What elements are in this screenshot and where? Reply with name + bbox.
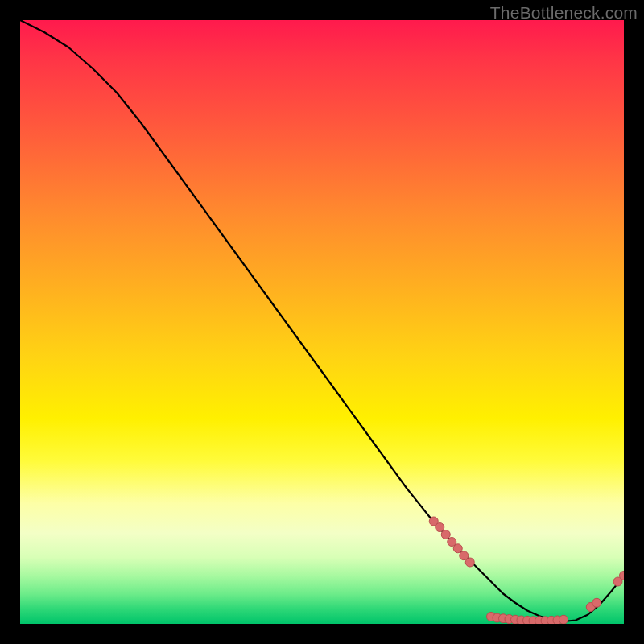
bottleneck-curve: [20, 20, 624, 621]
chart-container: TheBottleneck.com: [0, 0, 644, 644]
marker-floor-13: [559, 615, 568, 624]
marker-cluster-descent-1: [436, 523, 444, 532]
marker-cluster-descent-2: [441, 530, 450, 539]
marker-cluster-descent-bottom: [465, 558, 474, 567]
marker-cluster-descent-4: [453, 544, 462, 553]
plot-area: [20, 20, 624, 624]
watermark-text: TheBottleneck.com: [490, 3, 638, 23]
data-markers: [429, 517, 624, 624]
marker-rise-2: [592, 598, 601, 607]
curve-layer: [20, 20, 624, 624]
